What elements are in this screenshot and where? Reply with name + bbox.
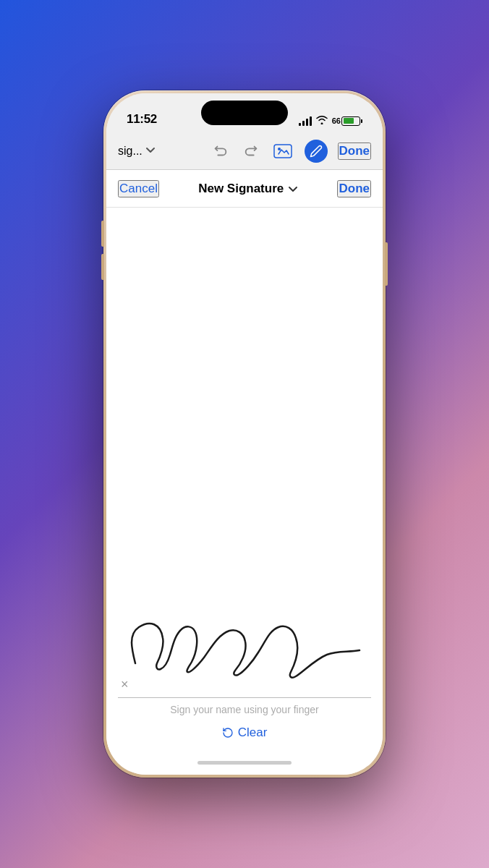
signal-bar-2 bbox=[302, 121, 305, 126]
status-icons: 66 bbox=[299, 115, 362, 127]
home-indicator bbox=[106, 750, 383, 775]
clear-button[interactable]: Clear bbox=[106, 726, 383, 740]
phone-screen: 11:52 bbox=[106, 93, 383, 775]
power-button[interactable] bbox=[385, 242, 388, 286]
signature-done-button[interactable]: Done bbox=[337, 180, 371, 197]
signal-icon bbox=[299, 116, 312, 126]
signature-title-area[interactable]: New Signature bbox=[198, 182, 298, 196]
signature-header: Cancel New Signature Done bbox=[106, 170, 383, 208]
pen-circle-icon[interactable] bbox=[305, 140, 328, 163]
home-bar bbox=[197, 761, 292, 765]
signal-bar-4 bbox=[310, 116, 312, 126]
toolbar-sig-label: sig... bbox=[118, 145, 143, 158]
signature-canvas-area[interactable]: × Sign your name using your finger Clear bbox=[106, 208, 383, 750]
status-time: 11:52 bbox=[127, 112, 157, 127]
status-bar: 11:52 bbox=[106, 93, 383, 132]
cancel-button[interactable]: Cancel bbox=[118, 180, 159, 197]
undo-button[interactable] bbox=[211, 141, 231, 161]
battery-tip bbox=[361, 119, 362, 123]
toolbar-done-button[interactable]: Done bbox=[338, 142, 372, 160]
redo-button[interactable] bbox=[241, 141, 261, 161]
toolbar-chevron-icon bbox=[145, 146, 156, 156]
toolbar: sig... bbox=[106, 132, 383, 170]
dynamic-island bbox=[201, 101, 288, 125]
signature-title: New Signature bbox=[198, 182, 284, 196]
phone-frame: 11:52 bbox=[103, 90, 386, 778]
clear-label: Clear bbox=[238, 726, 268, 740]
signature-title-chevron-icon bbox=[288, 183, 298, 195]
signal-bar-1 bbox=[299, 123, 301, 126]
volume-down-button[interactable] bbox=[101, 254, 104, 280]
battery-fill bbox=[344, 118, 354, 124]
signature-drawing-area: × Sign your name using your finger Clear bbox=[106, 605, 383, 750]
battery-body bbox=[341, 116, 360, 126]
battery-icon: 66 bbox=[332, 116, 362, 126]
signature-drawing bbox=[114, 598, 367, 692]
volume-up-button[interactable] bbox=[101, 221, 104, 247]
toolbar-title-area[interactable]: sig... bbox=[118, 145, 205, 158]
wifi-icon bbox=[316, 115, 328, 127]
signature-line bbox=[118, 697, 371, 698]
x-mark: × bbox=[121, 677, 129, 692]
signature-hint: Sign your name using your finger bbox=[106, 704, 383, 715]
toolbar-actions: Done bbox=[211, 140, 372, 163]
svg-point-1 bbox=[278, 148, 281, 150]
signal-bar-3 bbox=[306, 119, 308, 126]
battery-label: 66 bbox=[332, 116, 341, 125]
markup-icon[interactable] bbox=[271, 141, 294, 161]
